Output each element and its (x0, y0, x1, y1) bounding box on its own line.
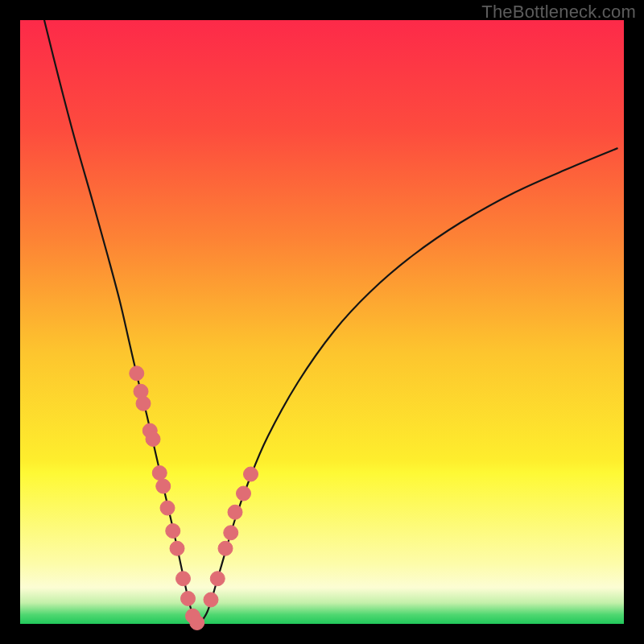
sample-markers (130, 366, 258, 630)
marker-dot (204, 592, 218, 607)
marker-dot (160, 501, 175, 515)
plot-svg (20, 20, 624, 624)
chart-frame: TheBottleneck.com (0, 0, 644, 644)
marker-dot (146, 432, 160, 447)
plot-area (20, 20, 624, 624)
marker-dot (176, 572, 191, 586)
marker-dot (244, 467, 258, 481)
marker-dot (237, 486, 251, 501)
marker-dot (218, 541, 233, 555)
bottleneck-curve (44, 20, 618, 624)
marker-dot (170, 541, 184, 555)
watermark-text: TheBottleneck.com (481, 2, 636, 23)
marker-dot (156, 479, 171, 493)
marker-dot (228, 505, 242, 519)
marker-dot (166, 524, 180, 539)
marker-dot (152, 466, 167, 481)
marker-dot (181, 592, 196, 606)
marker-dot (136, 396, 151, 411)
marker-dot (210, 572, 225, 586)
marker-dot (190, 616, 204, 630)
marker-dot (130, 366, 144, 381)
marker-dot (224, 526, 238, 540)
